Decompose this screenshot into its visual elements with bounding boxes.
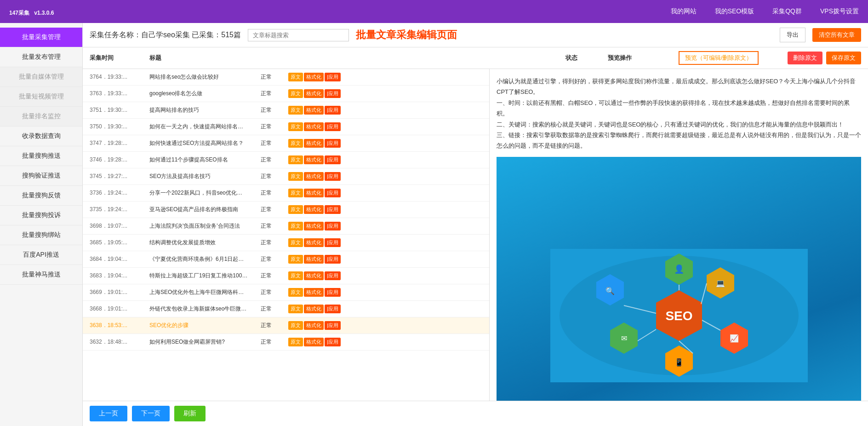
op-orig-button[interactable]: 原文 xyxy=(288,222,303,230)
table-row[interactable]: 3698．19:07:... 上海法院判决'负面压制业务'合同违法 正常 原文 … xyxy=(83,218,489,235)
op-format-button[interactable]: 格式化 xyxy=(304,222,324,230)
op-apply-button[interactable]: |应用 xyxy=(325,172,341,181)
op-orig-button[interactable]: 原文 xyxy=(288,271,303,280)
sidebar-item-batch-sogou-push[interactable]: 批量搜狗推送 xyxy=(0,146,82,166)
sidebar-item-batch-video: 批量短视频管理 xyxy=(0,87,82,107)
row-time: 3684．19:04:... xyxy=(90,255,145,263)
op-apply-button[interactable]: |应用 xyxy=(325,189,341,197)
row-time: 3751．19:30:... xyxy=(90,106,145,114)
op-apply-button[interactable]: |应用 xyxy=(325,222,341,230)
op-orig-button[interactable]: 原文 xyxy=(288,338,303,346)
table-row[interactable]: 3751．19:30:... 提高网站排名的技巧 正常 原文 格式化 |应用 xyxy=(83,102,489,119)
op-apply-button[interactable]: |应用 xyxy=(325,106,341,115)
preview-header-button[interactable]: 预览（可编辑/删除原文） xyxy=(679,51,759,65)
col-header-time: 采集时间 xyxy=(90,54,145,62)
svg-text:👤: 👤 xyxy=(674,264,685,274)
sidebar-item-batch-publish[interactable]: 批量发布管理 xyxy=(0,47,82,67)
op-apply-button[interactable]: |应用 xyxy=(325,205,341,214)
search-input[interactable] xyxy=(248,29,349,41)
op-format-button[interactable]: 格式化 xyxy=(304,106,324,115)
op-orig-button[interactable]: 原文 xyxy=(288,122,303,131)
table-row[interactable]: 3683．19:04:... 特斯拉上海超级工厂19日复工推动100多家供应商协… xyxy=(83,268,489,284)
op-apply-button[interactable]: |应用 xyxy=(325,139,341,148)
sidebar-item-batch-collect[interactable]: 批量采集管理 xyxy=(0,28,82,47)
op-orig-button[interactable]: 原文 xyxy=(288,172,303,181)
table-row[interactable]: 3736．19:24:... 分享一个2022新风口，抖音seo优化排名！ 正常… xyxy=(83,185,489,201)
op-orig-button[interactable]: 原文 xyxy=(288,321,303,330)
clear-all-button[interactable]: 清空所有文章 xyxy=(812,28,861,42)
op-orig-button[interactable]: 原文 xyxy=(288,189,303,197)
op-orig-button[interactable]: 原文 xyxy=(288,155,303,164)
refresh-button[interactable]: 刷新 xyxy=(174,406,206,421)
table-row[interactable]: 3684．19:04:... 《宁夏优化营商环境条例》6月1日起实施 正常 原文… xyxy=(83,251,489,268)
table-row[interactable]: 3746．19:28:... 如何通过11个步骤提高SEO排名 正常 原文 格式… xyxy=(83,152,489,168)
next-page-button[interactable]: 下一页 xyxy=(132,406,170,421)
op-format-button[interactable]: 格式化 xyxy=(304,338,324,346)
op-orig-button[interactable]: 原文 xyxy=(288,73,303,81)
op-format-button[interactable]: 格式化 xyxy=(304,305,324,313)
sidebar-item-sogou-verify[interactable]: 搜狗验证推送 xyxy=(0,166,82,186)
table-row[interactable]: 3685．19:05:... 结构调整优化发展提质增效 正常 原文 格式化 |应… xyxy=(83,235,489,251)
op-format-button[interactable]: 格式化 xyxy=(304,155,324,164)
op-orig-button[interactable]: 原文 xyxy=(288,106,303,115)
nav-vps-settings[interactable]: VPS拨号设置 xyxy=(820,7,859,16)
op-orig-button[interactable]: 原文 xyxy=(288,139,303,148)
op-apply-button[interactable]: |应用 xyxy=(325,288,341,297)
table-row[interactable]: 3750．19:30:... 如何在一天之内，快速提高网站排名的使用SEO技巧.… xyxy=(83,119,489,135)
op-format-button[interactable]: 格式化 xyxy=(304,89,324,98)
sidebar-item-data-query[interactable]: 收录数据查询 xyxy=(0,127,82,146)
op-format-button[interactable]: 格式化 xyxy=(304,139,324,148)
op-orig-button[interactable]: 原文 xyxy=(288,305,303,313)
op-format-button[interactable]: 格式化 xyxy=(304,271,324,280)
save-original-button[interactable]: 保存原文 xyxy=(826,52,861,64)
op-format-button[interactable]: 格式化 xyxy=(304,255,324,264)
row-status: 正常 xyxy=(248,173,285,180)
sidebar-item-batch-sogou-bind[interactable]: 批量搜狗绑站 xyxy=(0,225,82,245)
table-row[interactable]: 3763．19:33:... googleseo排名怎么做 正常 原文 格式化 … xyxy=(83,86,489,102)
nav-qq-group[interactable]: 采集QQ群 xyxy=(772,7,802,16)
table-row[interactable]: 3668．19:01:... 外链代发包收录上海新媒体seo牛巨微科技公司 正常… xyxy=(83,301,489,317)
sidebar-item-baidu-api[interactable]: 百度API推送 xyxy=(0,245,82,265)
op-format-button[interactable]: 格式化 xyxy=(304,122,324,131)
table-row[interactable]: 3747．19:28:... 如何快速通过SEO方法提高网站排名？ 正常 原文 … xyxy=(83,135,489,152)
op-orig-button[interactable]: 原文 xyxy=(288,238,303,247)
op-apply-button[interactable]: |应用 xyxy=(325,89,341,98)
table-row[interactable]: 3638．18:53:... SEO优化的步骤 正常 原文 格式化 |应用 xyxy=(83,317,489,334)
op-apply-button[interactable]: |应用 xyxy=(325,73,341,81)
op-format-button[interactable]: 格式化 xyxy=(304,172,324,181)
row-status: 正常 xyxy=(248,222,285,230)
op-apply-button[interactable]: |应用 xyxy=(325,305,341,313)
sidebar-item-batch-sogou-complaint[interactable]: 批量搜狗投诉 xyxy=(0,206,82,225)
op-apply-button[interactable]: |应用 xyxy=(325,338,341,346)
nav-my-sites[interactable]: 我的网站 xyxy=(671,7,697,16)
op-apply-button[interactable]: |应用 xyxy=(325,271,341,280)
table-row[interactable]: 3745．19:27:... SEO方法及提高排名技巧 正常 原文 格式化 |应… xyxy=(83,168,489,185)
op-apply-button[interactable]: |应用 xyxy=(325,238,341,247)
op-format-button[interactable]: 格式化 xyxy=(304,189,324,197)
delete-original-button[interactable]: 删除原文 xyxy=(788,52,822,64)
table-row[interactable]: 3764．19:33:... 网站排名seo怎么做会比较好 正常 原文 格式化 … xyxy=(83,69,489,86)
svg-text:🔍: 🔍 xyxy=(605,287,615,295)
sidebar-item-batch-shenma[interactable]: 批量神马推送 xyxy=(0,265,82,285)
row-title: 如何在一天之内，快速提高网站排名的使用SEO技巧... xyxy=(145,123,248,131)
op-apply-button[interactable]: |应用 xyxy=(325,321,341,330)
op-orig-button[interactable]: 原文 xyxy=(288,89,303,98)
op-apply-button[interactable]: |应用 xyxy=(325,155,341,164)
op-apply-button[interactable]: |应用 xyxy=(325,255,341,264)
table-row[interactable]: 3669．19:01:... 上海SEO优化外包上海牛巨微网络科技有限公司站群.… xyxy=(83,284,489,301)
export-button[interactable]: 导出 xyxy=(780,28,805,42)
op-format-button[interactable]: 格式化 xyxy=(304,288,324,297)
prev-page-button[interactable]: 上一页 xyxy=(90,406,127,421)
op-format-button[interactable]: 格式化 xyxy=(304,73,324,81)
op-orig-button[interactable]: 原文 xyxy=(288,288,303,297)
op-format-button[interactable]: 格式化 xyxy=(304,238,324,247)
op-format-button[interactable]: 格式化 xyxy=(304,321,324,330)
table-row[interactable]: 3735．19:24:... 亚马逊SEO提高产品排名的终极指南 正常 原文 格… xyxy=(83,201,489,218)
op-orig-button[interactable]: 原文 xyxy=(288,205,303,214)
op-format-button[interactable]: 格式化 xyxy=(304,205,324,214)
op-orig-button[interactable]: 原文 xyxy=(288,255,303,264)
op-apply-button[interactable]: |应用 xyxy=(325,122,341,131)
nav-seo-templates[interactable]: 我的SEO模版 xyxy=(715,7,754,16)
table-row[interactable]: 3632．18:48:... 如何利用SEO做全网霸屏营销? 正常 原文 格式化… xyxy=(83,334,489,351)
sidebar-item-batch-sogou-feedback[interactable]: 批量搜狗反馈 xyxy=(0,186,82,206)
